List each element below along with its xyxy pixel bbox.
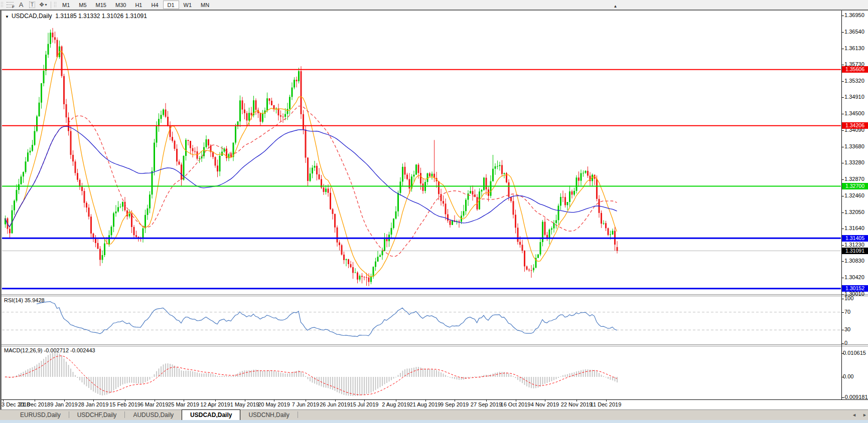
date-axis-label: 27 Sep 2019 [471,401,502,407]
chart-dropdown-icon[interactable]: ▼ [5,15,9,19]
date-axis-label: 28 Jan 2019 [78,401,109,407]
chevron-down-icon[interactable]: ▾ [45,3,47,7]
toolbar: F A T ✥▾ M1M5M15M30H1H4D1W1MN [0,0,868,10]
price-axis-label: 1.33280 [844,159,864,165]
date-axis-label: 6 Mar 2019 [140,401,169,407]
price-axis-tick [841,163,844,163]
timeframe-button-MN[interactable]: MN [196,1,214,9]
price-axis-tick [841,81,844,82]
text-tool-icon[interactable]: T [27,1,37,9]
timeframe-button-H4[interactable]: H4 [147,1,163,9]
rsi-axis-tick [841,330,844,330]
price-axis-tick [841,65,844,65]
tab-scroll-left-button[interactable]: ◄ [852,412,856,417]
date-axis-label: 21 Dec 2018 [19,401,50,407]
toolbar-grip [1,2,3,8]
price-axis-tick [841,97,844,98]
price-axis-label: 1.32870 [844,176,864,182]
macd-label: MACD(12,26,9) -0.002712 -0.002443 [4,347,95,353]
price-axis-tick [841,147,844,147]
chart-tabbar: EURUSD,DailyUSDCHF,DailyAUDUSD,DailyUSDC… [0,409,868,420]
tab-scroll-right-button[interactable]: ► [862,412,867,417]
price-axis-label: 1.36540 [844,29,864,35]
date-axis-label: 1 May 2019 [230,401,259,407]
price-level-badge: 1.31405 [842,235,868,242]
price-axis-label: 1.35320 [844,78,864,84]
price-axis-label: 1.30830 [844,258,864,264]
date-axis-border [0,399,868,400]
chart-symbol-period: USDCAD,Daily [12,13,52,20]
toolbar-grip [54,2,56,8]
rsi-axis-label: 100 [844,295,853,301]
price-axis-tick [841,278,844,278]
price-axis-tick [841,49,844,49]
date-axis-label: 11 Dec 2019 [591,401,622,407]
date-axis-label: 2 Aug 2019 [382,401,410,407]
price-level-badge: 1.35606 [842,66,868,73]
chart-tab-USDCHF[interactable]: USDCHF,Daily [69,410,125,420]
tab-separator [298,411,298,418]
timeframe-button-M1[interactable]: M1 [58,1,74,9]
price-level-badge: 1.31091 [842,248,868,254]
date-axis-label: 15 Jul 2019 [350,401,379,407]
chart-title: ▼USDCAD,Daily 1.31185 1.31332 1.31026 1.… [5,13,147,20]
price-axis-label: 1.36130 [844,45,864,51]
status-strip [0,420,868,423]
price-axis-label: 1.34500 [844,110,864,116]
fibonacci-tool-icon[interactable]: F [5,1,15,9]
timeframe-button-M15[interactable]: M15 [91,1,111,9]
date-axis-label: 4 Nov 2019 [531,401,559,407]
chart-tab-AUDUSD[interactable]: AUDUSD,Daily [125,410,182,420]
macd-panel-canvas[interactable] [2,346,841,399]
chart-ohlc-values: 1.31185 1.31332 1.31026 1.31091 [55,13,147,20]
date-axis-label: 21 Aug 2019 [410,401,441,407]
timeframe-button-D1[interactable]: D1 [163,1,179,9]
price-axis-tick [841,229,844,229]
date-axis-label: 12 Apr 2019 [200,401,230,407]
cursor-tool-icon[interactable]: ✥▾ [38,1,48,9]
timeframe-button-H1[interactable]: H1 [130,1,147,9]
rsi-axis-label: 0 [844,340,847,346]
date-axis-label: 22 Nov 2019 [561,401,592,407]
price-axis-tick [841,32,844,33]
chart-tab-EURUSD[interactable]: EURUSD,Daily [12,410,69,420]
price-axis-tick [841,196,844,196]
timeframe-button-M30[interactable]: M30 [111,1,130,9]
price-axis-tick [841,294,844,295]
price-axis-tick [841,245,844,246]
price-axis-label: 1.31230 [844,242,864,248]
date-axis-label: 9 Sep 2019 [441,401,469,407]
price-axis-label: 1.31640 [844,225,864,231]
price-axis-tick [841,130,844,131]
rsi-axis-tick [841,343,844,344]
date-axis-label: 16 Oct 2019 [501,401,531,407]
price-axis-label: 1.36950 [844,12,864,18]
window-border-left [0,10,2,409]
price-axis-label: 1.30420 [844,274,864,280]
price-axis-label: 1.32050 [844,209,864,215]
date-axis-label: 25 Mar 2019 [168,401,199,407]
date-axis-label: 7 Jun 2019 [292,401,319,407]
price-axis-label: 1.33680 [844,143,864,149]
chart-shift-marker-icon[interactable]: ▲ [614,4,618,9]
price-level-badge: 1.34206 [842,122,868,129]
rsi-panel-canvas[interactable] [2,296,841,344]
chart-tab-USDCNH[interactable]: USDCNH,Daily [240,410,297,420]
timeframe-button-M5[interactable]: M5 [74,1,91,9]
chart-tab-USDCAD[interactable]: USDCAD,Daily [182,409,240,420]
price-axis-tick [841,16,844,16]
macd-axis-label: 0.010615 [843,350,866,356]
price-axis-tick [841,213,844,213]
rsi-label: RSI(14) 35.9428 [4,297,45,303]
price-axis-tick [841,179,844,180]
rsi-axis-label: 70 [844,309,850,315]
timeframe-button-W1[interactable]: W1 [179,1,197,9]
date-axis-label: 9 Jan 2019 [50,401,77,407]
rsi-axis-label: 30 [844,326,850,332]
price-chart-canvas[interactable] [2,11,841,295]
price-level-badge: 1.30152 [842,285,868,292]
price-axis-label: 1.32460 [844,192,864,198]
chart-window[interactable]: ▼USDCAD,Daily 1.31185 1.31332 1.31026 1.… [0,10,868,409]
text-label-tool-icon[interactable]: A [16,1,26,9]
macd-axis-label: 0.00 [843,373,853,379]
